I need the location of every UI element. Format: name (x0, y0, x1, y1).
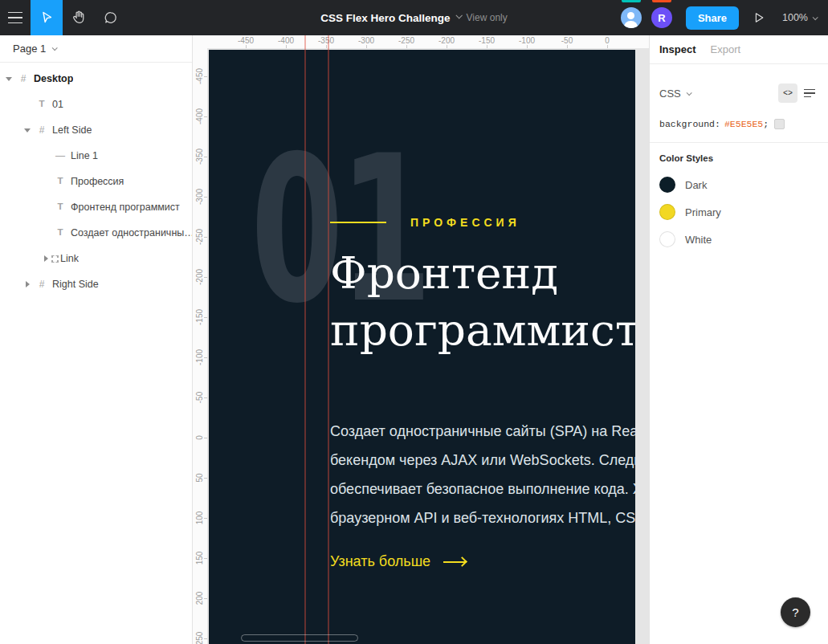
person-icon-body (624, 21, 638, 28)
canvas-viewport[interactable]: -450-400-350-300-250-200-150-100-500 -45… (193, 35, 649, 644)
desktop-frame[interactable]: 01 ПРОФЕССИЯ Фронтенд программист Создае… (209, 50, 635, 644)
caret-down-icon[interactable] (22, 128, 33, 132)
line-icon: — (51, 151, 69, 161)
avatar-circle[interactable]: R (651, 7, 672, 28)
ruler-tick (204, 357, 207, 358)
avatar-anon[interactable] (620, 0, 642, 35)
presence-indicator (622, 0, 641, 2)
caret-right-icon[interactable] (22, 281, 33, 287)
layer-row-link[interactable]: Link (0, 246, 192, 271)
code-view-button[interactable]: <> (778, 84, 797, 103)
paragraph-line: обеспечивает безопасное выполнение кода.… (330, 475, 635, 503)
zoom-chevron-down-icon (813, 14, 818, 20)
kicker-line (330, 222, 386, 223)
comment-tool-button[interactable] (95, 0, 127, 35)
layer-label: Link (60, 253, 79, 264)
color-style-dark[interactable]: Dark (650, 171, 828, 198)
layer-row-фронтенд-программист[interactable]: TФронтенд программист (0, 194, 192, 220)
main-menu-button[interactable] (0, 0, 31, 35)
hero-paragraph: Создает одностраничные сайты (SPA) на Re… (330, 417, 635, 532)
group-icon (51, 255, 59, 263)
ruler-tick (246, 45, 247, 48)
learn-more-link[interactable]: Узнать больше (330, 553, 466, 570)
css-colon: : (715, 119, 720, 129)
layer-row-создает-одностраничны…[interactable]: TСоздает одностраничны… (0, 220, 192, 246)
ruler-label: 0 (195, 435, 204, 440)
color-swatch[interactable] (774, 119, 785, 129)
color-styles-list: DarkPrimaryWhite (650, 171, 828, 253)
ruler-tick (366, 45, 367, 48)
inspect-panel: InspectExport CSS <> background:#E5E5E5;… (649, 35, 828, 644)
css-semicolon: ; (763, 119, 769, 129)
toolbar-left-group (0, 0, 127, 35)
ruler-label: -450 (238, 36, 254, 45)
view-only-badge: View only (467, 12, 508, 23)
hand-tool-button[interactable] (63, 0, 95, 35)
guide-line-right[interactable] (328, 35, 329, 644)
hero-heading: Фронтенд программист (330, 245, 635, 359)
ruler-tick (204, 638, 207, 639)
layer-label: Line 1 (71, 150, 98, 161)
avatar-r[interactable]: R (651, 0, 673, 35)
document-title[interactable]: CSS Flex Hero Challenge (320, 12, 450, 24)
share-button[interactable]: Share (686, 6, 739, 30)
ruler-tick (286, 45, 287, 48)
layer-row-desktop[interactable]: #Desktop (0, 66, 192, 92)
ruler-label: -50 (195, 392, 204, 403)
horizontal-ruler: -450-400-350-300-250-200-150-100-500 (193, 35, 649, 48)
ruler-label: 100 (195, 512, 204, 525)
avatar-circle[interactable] (621, 7, 642, 28)
layer-row-left-side[interactable]: #Left Side (0, 117, 192, 143)
page-selector[interactable]: Page 1 (0, 35, 192, 63)
css-property: background (659, 119, 715, 129)
top-toolbar: CSS Flex Hero Challenge View only R Shar… (0, 0, 828, 35)
layer-row-line-1[interactable]: —Line 1 (0, 143, 192, 169)
css-actions: <> (778, 84, 818, 103)
layers-tree: #DesktopT01#Left Side—Line 1TПрофессияTФ… (0, 63, 192, 297)
ruler-label: -200 (438, 36, 455, 45)
toolbar-right-group: R Share 100% (620, 0, 820, 35)
css-dropdown-label: CSS (659, 88, 681, 100)
zoom-level-value: 100% (782, 12, 808, 23)
layer-label: Left Side (52, 124, 92, 136)
layers-sidebar: Page 1 #DesktopT01#Left Side—Line 1TПроф… (0, 35, 193, 644)
ruler-tick (607, 45, 608, 48)
color-style-white[interactable]: White (650, 226, 828, 253)
table-view-button[interactable] (804, 84, 818, 103)
caret-down-icon[interactable] (3, 77, 14, 81)
present-button[interactable] (745, 0, 773, 35)
layer-row-right-side[interactable]: #Right Side (0, 271, 192, 297)
ruler-label: 50 (195, 473, 204, 482)
ruler-label: 0 (605, 36, 610, 45)
help-button[interactable]: ? (781, 597, 810, 627)
ruler-label: -150 (195, 309, 204, 325)
caret-right-icon[interactable] (40, 255, 51, 262)
layer-label: Right Side (52, 279, 99, 290)
layer-label: Создает одностраничны… (71, 227, 192, 238)
ruler-label: -300 (195, 189, 204, 205)
paragraph-line: браузерном API и веб-технологиях HTML, C… (330, 503, 635, 532)
text-icon: T (51, 177, 69, 186)
zoom-level-control[interactable]: 100% (779, 12, 820, 23)
css-value[interactable]: #E5E5E5 (724, 119, 763, 129)
ruler-label: 200 (195, 592, 204, 605)
frame-icon: # (33, 279, 51, 289)
horizontal-scrollbar[interactable] (241, 634, 358, 642)
move-tool-button[interactable] (31, 0, 63, 35)
layer-row-профессия[interactable]: TПрофессия (0, 169, 192, 194)
ruler-tick (406, 45, 407, 48)
css-dropdown[interactable]: CSS (659, 88, 691, 100)
layer-label: Desktop (34, 73, 73, 84)
ruler-tick (487, 45, 487, 48)
text-icon: T (33, 100, 51, 109)
ruler-tick (204, 277, 207, 278)
tab-export[interactable]: Export (711, 43, 741, 55)
color-style-primary[interactable]: Primary (650, 198, 828, 226)
ruler-label: 150 (195, 552, 204, 565)
layer-row-01[interactable]: T01 (0, 92, 192, 117)
guide-line-left[interactable] (304, 35, 306, 644)
tab-inspect[interactable]: Inspect (659, 43, 696, 55)
ruler-label: -400 (195, 108, 204, 124)
title-chevron-down-icon[interactable] (455, 12, 462, 18)
hand-tool-icon (71, 10, 87, 26)
